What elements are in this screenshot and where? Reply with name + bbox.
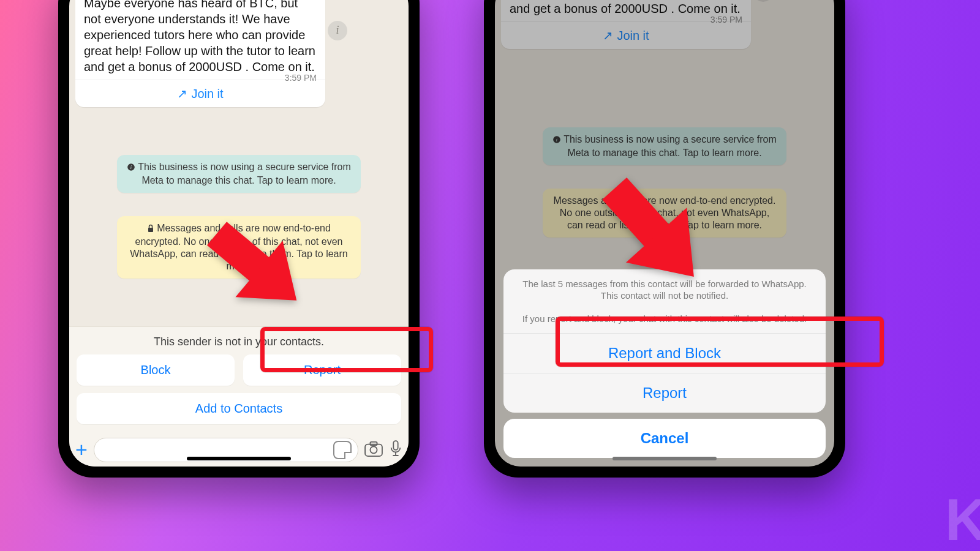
svg-rect-5 (370, 441, 377, 445)
info-icon[interactable]: i (328, 21, 347, 40)
mic-button[interactable] (389, 440, 402, 460)
block-button[interactable]: Block (77, 354, 235, 386)
highlight-report-and-block (556, 317, 884, 367)
arrow-icon (165, 178, 325, 337)
home-indicator (187, 457, 291, 460)
info-circle-icon: i (127, 162, 135, 174)
join-link-label: Join it (191, 87, 223, 100)
join-link[interactable]: ↗Join it (75, 80, 325, 107)
message-body: Maybe everyone has heard of BTC, but not… (84, 0, 317, 75)
report-button[interactable]: Report (503, 373, 826, 413)
svg-rect-2 (148, 228, 153, 232)
compose-bar: + (69, 433, 409, 467)
external-link-icon: ↗ (177, 86, 187, 101)
add-to-contacts-button[interactable]: Add to Contacts (77, 393, 401, 424)
svg-point-4 (370, 446, 377, 453)
home-indicator (612, 457, 717, 460)
message-time: 3:59 PM (285, 73, 317, 83)
incoming-message[interactable]: Your.JFSSW1FX Maybe everyone has heard o… (75, 0, 325, 107)
attach-button[interactable]: + (75, 438, 88, 462)
camera-button[interactable] (364, 441, 383, 459)
sticker-icon[interactable] (333, 441, 352, 459)
svg-rect-6 (393, 441, 398, 450)
lock-icon (147, 223, 154, 236)
cancel-button[interactable]: Cancel (503, 419, 826, 458)
arrow-icon (557, 135, 729, 306)
watermark: K (945, 486, 980, 551)
